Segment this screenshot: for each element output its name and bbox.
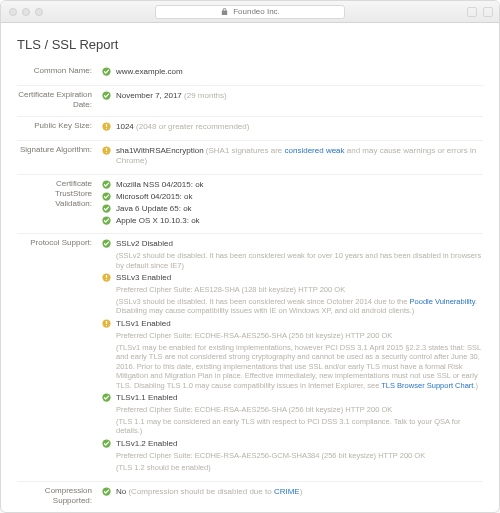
toolbar-right [467, 7, 493, 17]
value-subtext: Preferred Cipher Suite: AES128-SHA (128 … [116, 285, 483, 294]
report-row: Certificate TrustStore Validation:Mozill… [17, 174, 483, 233]
value-text: No (Compression should be disabled due t… [116, 487, 483, 498]
address-bar[interactable]: Foundeo Inc. [155, 5, 345, 19]
status-warn-icon [102, 319, 111, 328]
value-item: 1024 (2048 or greater recommended) [102, 122, 483, 133]
row-label: Common Name: [17, 66, 102, 76]
svg-rect-14 [106, 275, 107, 278]
value-subtext: (TLS 1.1 may be considered an early TLS … [116, 417, 483, 436]
value-item: SSLv2 Disabled [102, 239, 483, 250]
value-subtext: (TLSv1 may be enabled for existing imple… [116, 343, 483, 390]
row-label: Protocol Support: [17, 238, 102, 248]
report-row: Signature Algorithm:sha1WithRSAEncryptio… [17, 140, 483, 175]
value-item: sha1WithRSAEncryption (SHA1 signatures a… [102, 146, 483, 168]
value-text: Apple OS X 10.10.3: ok [116, 216, 483, 227]
row-value: SSLv2 Disabled(SSLv2 should be disabled.… [102, 238, 483, 475]
status-ok-icon [102, 239, 111, 248]
share-button[interactable] [467, 7, 477, 17]
svg-rect-3 [106, 124, 107, 127]
row-value: Mozilla NSS 04/2015: okMicrosoft 04/2015… [102, 179, 483, 227]
value-item: Apple OS X 10.10.3: ok [102, 216, 483, 227]
value-text: TLSv1.2 Enabled [116, 439, 483, 450]
report-row: Common Name:www.example.com [17, 62, 483, 85]
value-item: TLSv1 Enabled [102, 319, 483, 330]
row-label: Compression Supported: [17, 486, 102, 506]
browser-window: Foundeo Inc. TLS / SSL Report Common Nam… [0, 0, 500, 513]
value-subtext: (SSLv3 should be disabled. It has been c… [116, 297, 483, 316]
status-ok-icon [102, 393, 111, 402]
value-text: SSLv2 Disabled [116, 239, 483, 250]
row-value: November 7, 2017 (29 months) [102, 90, 483, 103]
value-text: sha1WithRSAEncryption (SHA1 signatures a… [116, 146, 483, 168]
svg-rect-4 [106, 128, 107, 129]
value-item: Java 6 Update 65: ok [102, 204, 483, 215]
value-item: SSLv3 Enabled [102, 273, 483, 284]
value-text: Mozilla NSS 04/2015: ok [116, 180, 483, 191]
tabs-button[interactable] [483, 7, 493, 17]
address-bar-text: Foundeo Inc. [233, 7, 280, 16]
row-label: Signature Algorithm: [17, 145, 102, 155]
status-warn-icon [102, 146, 111, 155]
row-value: No (Compression should be disabled due t… [102, 486, 483, 499]
value-text: Microsoft 04/2015: ok [116, 192, 483, 203]
value-text: 1024 (2048 or greater recommended) [116, 122, 483, 133]
report-row: Protocol Support:SSLv2 Disabled(SSLv2 sh… [17, 233, 483, 481]
row-label: Certificate Expiration Date: [17, 90, 102, 110]
close-icon[interactable] [9, 8, 17, 16]
value-text: SSLv3 Enabled [116, 273, 483, 284]
status-ok-icon [102, 204, 111, 213]
lock-icon [220, 7, 229, 16]
status-warn-icon [102, 122, 111, 131]
svg-rect-7 [106, 152, 107, 153]
svg-rect-6 [106, 148, 107, 151]
page-title: TLS / SSL Report [17, 37, 483, 52]
value-subtext: Preferred Cipher Suite: ECDHE-RSA-AES256… [116, 331, 483, 340]
window-titlebar: Foundeo Inc. [1, 1, 499, 23]
row-value: www.example.com [102, 66, 483, 79]
value-item: TLSv1.1 Enabled [102, 393, 483, 404]
value-text: Java 6 Update 65: ok [116, 204, 483, 215]
report-content: TLS / SSL Report Common Name:www.example… [1, 23, 499, 512]
row-value: sha1WithRSAEncryption (SHA1 signatures a… [102, 145, 483, 169]
svg-rect-15 [106, 279, 107, 280]
value-text: TLSv1 Enabled [116, 319, 483, 330]
report-row: Compression Supported:No (Compression sh… [17, 481, 483, 512]
value-text: TLSv1.1 Enabled [116, 393, 483, 404]
status-ok-icon [102, 487, 111, 496]
value-item: Mozilla NSS 04/2015: ok [102, 180, 483, 191]
zoom-icon[interactable] [35, 8, 43, 16]
status-ok-icon [102, 67, 111, 76]
value-text: www.example.com [116, 67, 483, 78]
status-ok-icon [102, 192, 111, 201]
traffic-lights [9, 8, 43, 16]
status-warn-icon [102, 273, 111, 282]
report-row: Certificate Expiration Date:November 7, … [17, 85, 483, 116]
value-subtext: Preferred Cipher Suite: ECDHE-RSA-AES256… [116, 405, 483, 414]
report-row: Public Key Size:1024 (2048 or greater re… [17, 116, 483, 140]
svg-rect-17 [106, 321, 107, 324]
value-subtext: (TLS 1.2 should be enabled) [116, 463, 483, 472]
value-item: Microsoft 04/2015: ok [102, 192, 483, 203]
value-item: No (Compression should be disabled due t… [102, 487, 483, 498]
value-subtext: (SSLv2 should be disabled. It has been c… [116, 251, 483, 270]
minimize-icon[interactable] [22, 8, 30, 16]
value-item: November 7, 2017 (29 months) [102, 91, 483, 102]
value-item: www.example.com [102, 67, 483, 78]
value-subtext: Preferred Cipher Suite: ECDHE-RSA-AES256… [116, 451, 483, 460]
svg-rect-18 [106, 325, 107, 326]
row-label: Certificate TrustStore Validation: [17, 179, 102, 209]
value-item: TLSv1.2 Enabled [102, 439, 483, 450]
row-label: Public Key Size: [17, 121, 102, 131]
status-ok-icon [102, 216, 111, 225]
status-ok-icon [102, 439, 111, 448]
row-value: 1024 (2048 or greater recommended) [102, 121, 483, 134]
status-ok-icon [102, 91, 111, 100]
status-ok-icon [102, 180, 111, 189]
value-text: November 7, 2017 (29 months) [116, 91, 483, 102]
